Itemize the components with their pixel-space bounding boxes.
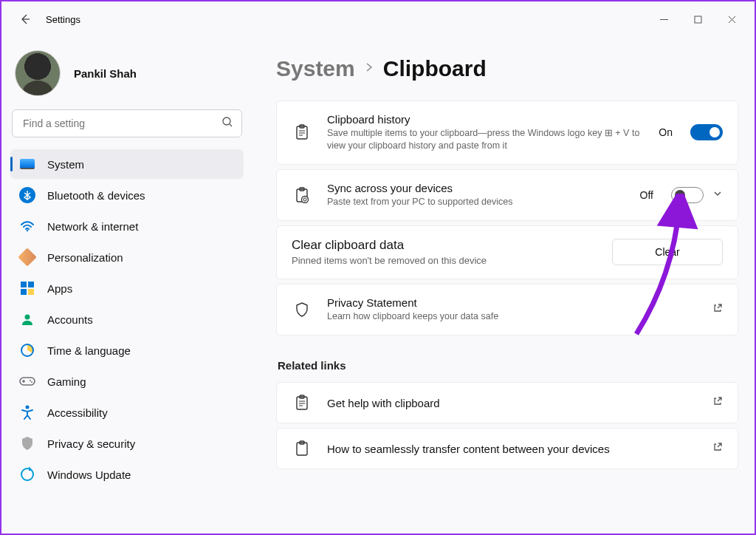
nav-item-personalization[interactable]: Personalization xyxy=(10,242,244,272)
card-title: Get help with clipboard xyxy=(327,397,712,409)
svg-point-5 xyxy=(30,380,31,381)
nav-item-system[interactable]: System xyxy=(10,149,244,179)
search-field-wrap xyxy=(12,109,242,137)
external-link-icon xyxy=(712,442,723,455)
breadcrumb: System Clipboard xyxy=(276,56,738,81)
card-desc: Save multiple items to your clipboard—pr… xyxy=(327,127,659,152)
update-icon xyxy=(19,466,35,483)
svg-point-12 xyxy=(302,196,309,202)
card-title: Sync across your devices xyxy=(327,182,640,194)
history-toggle[interactable] xyxy=(690,124,723,140)
maximize-icon xyxy=(694,16,702,24)
card-clipboard-history: Clipboard history Save multiple items to… xyxy=(276,100,738,165)
card-title: Clipboard history xyxy=(327,113,659,126)
svg-point-6 xyxy=(31,381,32,383)
profile[interactable]: Pankil Shah xyxy=(9,44,245,109)
svg-rect-0 xyxy=(695,16,701,23)
chevron-right-icon xyxy=(364,62,374,75)
card-clear-clipboard: Clear clipboard data Pinned items won't … xyxy=(276,225,738,280)
minimize-icon xyxy=(660,16,668,24)
sidebar: Pankil Shah System Bluetooth & devices N… xyxy=(1,37,250,534)
nav-item-network[interactable]: Network & internet xyxy=(10,211,244,241)
card-desc: Paste text from your PC to supported dev… xyxy=(327,196,640,208)
nav-item-update[interactable]: Windows Update xyxy=(10,460,244,489)
external-link-icon xyxy=(712,303,723,316)
clipboard-list-icon xyxy=(292,395,312,411)
breadcrumb-current: Clipboard xyxy=(383,56,487,81)
person-icon xyxy=(19,311,35,327)
window-controls xyxy=(647,7,749,31)
shield-outline-icon xyxy=(292,301,312,318)
card-desc: Learn how clipboard keeps your data safe xyxy=(327,310,681,323)
nav-item-accounts[interactable]: Accounts xyxy=(10,304,244,334)
chevron-down-icon[interactable] xyxy=(712,188,723,202)
card-sync-devices[interactable]: Sync across your devices Paste text from… xyxy=(276,169,738,221)
nav-item-time[interactable]: Time & language xyxy=(10,335,244,365)
search-input[interactable] xyxy=(12,109,242,137)
bluetooth-icon xyxy=(19,187,35,203)
nav-item-privacy[interactable]: Privacy & security xyxy=(10,429,244,458)
external-link-icon xyxy=(712,396,723,409)
card-desc: Pinned items won't be removed on this de… xyxy=(292,254,612,268)
search-icon xyxy=(221,116,233,131)
nav-item-bluetooth[interactable]: Bluetooth & devices xyxy=(10,180,244,210)
close-button[interactable] xyxy=(715,7,749,31)
card-title: How to seamlessly transfer content betwe… xyxy=(327,443,712,455)
maximize-button[interactable] xyxy=(681,7,715,31)
window-title: Settings xyxy=(46,14,80,25)
card-title: Clear clipboard data xyxy=(292,238,612,253)
clipboard-icon xyxy=(292,440,312,457)
toggle-state-label: Off xyxy=(640,189,653,201)
sync-toggle[interactable] xyxy=(671,187,704,203)
clipboard-sync-icon xyxy=(292,187,312,203)
card-transfer-content[interactable]: How to seamlessly transfer content betwe… xyxy=(276,428,738,469)
card-get-help[interactable]: Get help with clipboard xyxy=(276,382,738,423)
svg-point-3 xyxy=(25,315,30,320)
profile-name: Pankil Shah xyxy=(74,67,137,80)
system-icon xyxy=(19,156,35,172)
content: System Clipboard Clipboard history Save … xyxy=(250,37,755,534)
accessibility-icon xyxy=(19,404,35,420)
wifi-icon xyxy=(19,218,35,234)
back-button[interactable] xyxy=(13,7,37,31)
nav-item-gaming[interactable]: Gaming xyxy=(10,367,244,396)
minimize-button[interactable] xyxy=(647,7,681,31)
svg-point-2 xyxy=(27,230,29,232)
svg-point-1 xyxy=(223,117,230,125)
nav-item-apps[interactable]: Apps xyxy=(10,273,244,303)
toggle-state-label: On xyxy=(659,126,673,138)
clock-icon xyxy=(19,342,35,358)
svg-point-7 xyxy=(26,406,30,409)
clear-button[interactable]: Clear xyxy=(612,239,723,265)
clipboard-list-icon xyxy=(292,124,312,140)
related-heading: Related links xyxy=(278,359,738,372)
close-icon xyxy=(728,16,736,24)
nav: System Bluetooth & devices Network & int… xyxy=(9,149,245,489)
titlebar: Settings xyxy=(1,1,755,37)
card-title: Privacy Statement xyxy=(327,296,712,309)
arrow-left-icon xyxy=(19,13,31,25)
avatar xyxy=(15,50,61,96)
nav-item-accessibility[interactable]: Accessibility xyxy=(10,398,244,427)
shield-icon xyxy=(19,435,35,451)
gamepad-icon xyxy=(19,373,35,389)
paintbrush-icon xyxy=(19,249,35,265)
card-privacy-statement[interactable]: Privacy Statement Learn how clipboard ke… xyxy=(276,284,738,335)
apps-icon xyxy=(19,280,35,296)
breadcrumb-parent[interactable]: System xyxy=(276,56,355,81)
